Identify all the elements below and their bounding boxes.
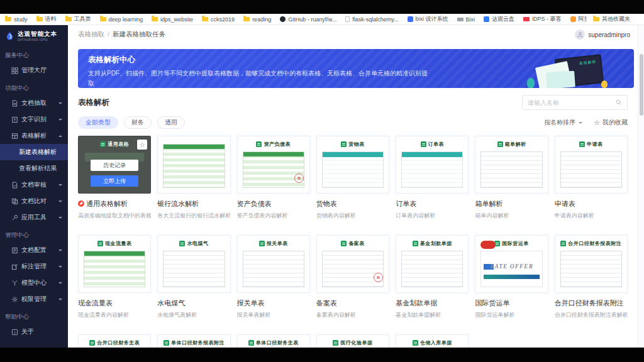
sidebar-item-doc-extract[interactable]: 文档抽取 — [0, 95, 68, 111]
table-icon — [11, 133, 18, 140]
vertical-scrollbar[interactable] — [638, 25, 644, 362]
template-card[interactable]: 资产负债表 资产负债表 资产负债表内容解析 — [237, 136, 310, 220]
breadcrumb-root[interactable]: 表格抽取 — [78, 30, 104, 38]
bookmark-item[interactable]: ccks2019 — [202, 16, 235, 23]
figure-graphic — [527, 78, 535, 88]
sidebar-item-doc-compare[interactable]: 文档比对 — [0, 193, 68, 209]
my-favorites-button[interactable]: 我的收藏 — [594, 118, 628, 127]
sidebar-item-hall[interactable]: 管理大厅 — [0, 62, 68, 79]
template-card[interactable]: 现金流量表 现金流量表 现金流量表内容解析 — [78, 235, 151, 319]
sidebar-item-table-parse[interactable]: 表格解析 — [0, 128, 68, 144]
template-thumbnail[interactable]: 通用表格 历史记录 立即上传 — [78, 136, 151, 194]
template-thumbnail[interactable]: 订单表 — [396, 136, 469, 194]
thumbnail-title: 国际货运单 — [502, 240, 529, 247]
card-title: 合并口径财务报表附注 — [555, 299, 624, 307]
history-button[interactable]: 历史记录 — [91, 160, 138, 171]
bookmark-label: bixi 设计系统 — [416, 15, 448, 23]
sidebar-item-permission[interactable]: 权限管理 — [0, 291, 68, 307]
bookmark-item[interactable]: Bixi — [457, 16, 475, 23]
thumbnail-header: 货物表 — [317, 136, 389, 148]
template-thumbnail[interactable]: 现金流量表 — [78, 235, 151, 293]
template-card[interactable]: 银行流水解析 各大主流银行的银行流水解析 — [157, 136, 230, 220]
sidebar-item-doc-config[interactable]: 文档配置 — [0, 242, 68, 258]
thumbnail-title: 单体口径财务报表附注 — [171, 339, 225, 346]
sort-dropdown[interactable]: 按名称排序 — [544, 118, 582, 127]
template-card[interactable]: 申请表 申请表 申请表内容解析 — [555, 136, 628, 220]
sidebar-item-ocr[interactable]: 文字识别 — [0, 111, 68, 128]
scrollbar-thumb[interactable] — [640, 54, 643, 116]
chevron-down-icon — [579, 122, 582, 126]
bookmark-item[interactable]: reading — [243, 16, 271, 23]
template-thumbnail[interactable]: 水电煤气 — [157, 235, 230, 293]
filter-general[interactable]: 通用 — [157, 116, 185, 129]
filter-finance[interactable]: 财务 — [124, 116, 152, 129]
card-description: 基金划款单据解析 — [396, 311, 469, 319]
bookmark-item[interactable]: flask-sqlalchemy... — [345, 16, 398, 23]
sidebar-section-manage: 管理中心 — [0, 226, 68, 242]
template-thumbnail[interactable]: 箱单解析 — [475, 136, 548, 194]
template-card[interactable]: 箱单解析 箱单解析 箱单内容解析 — [475, 136, 548, 220]
bookmark-favicon-icon — [152, 17, 158, 21]
template-thumbnail[interactable] — [157, 136, 230, 194]
upload-now-button[interactable]: 立即上传 — [91, 175, 138, 187]
template-card[interactable]: 通用表格 历史记录 立即上传 通用表格解析 — [78, 136, 151, 220]
template-card[interactable]: 备案表 备案表 备案表内容解析 — [316, 235, 389, 319]
bookmark-item[interactable]: study — [5, 16, 28, 23]
template-card[interactable]: 订单表 订单表 订单表内容解析 — [396, 136, 469, 220]
bookmark-item[interactable]: GitHub - ruanyf/w... — [280, 16, 336, 23]
bookmark-favicon-icon — [345, 16, 350, 22]
template-thumbnail[interactable]: 国际货运单 RATE OFFER — [475, 235, 548, 293]
favorite-star-button[interactable] — [137, 140, 147, 150]
bookmark-label: 阿里云盘 — [579, 15, 586, 23]
template-thumbnail[interactable]: 资产负债表 — [237, 136, 310, 194]
sidebar-item-about[interactable]: 关于 — [0, 324, 68, 340]
search-icon[interactable] — [616, 99, 622, 106]
template-thumbnail[interactable]: 货物表 — [316, 136, 389, 194]
template-card[interactable]: 基金划款单据 基金划款单据 基金划款单据解析 — [396, 235, 469, 319]
bookmark-item[interactable]: 语料 — [36, 15, 57, 23]
other-bookmarks-button[interactable]: 其他收藏夹 — [593, 15, 630, 23]
bookmark-item[interactable]: 达观云盘 — [484, 15, 514, 23]
excel-icon — [341, 241, 347, 246]
sidebar-subitem-new-table-parse[interactable]: 新建表格解析 — [0, 144, 68, 160]
template-thumbnail[interactable]: 报关单表 — [237, 235, 310, 293]
bookmark-item[interactable]: 阿里云盘 — [570, 15, 586, 23]
search-box[interactable] — [522, 95, 628, 110]
thumbnail-table-graphic — [84, 251, 145, 287]
user-menu[interactable]: superadminpro — [575, 30, 630, 40]
template-thumbnail[interactable]: 备案表 — [316, 235, 389, 293]
bookmark-item[interactable]: 工具类 — [65, 15, 91, 23]
thumbnail-header: 单体口径财务主表 — [238, 335, 309, 346]
app-logo[interactable]: 达观智能文本 DATAGRAND IDPS — [0, 25, 68, 46]
template-card[interactable]: 货物表 货物表 货物表内容解析 — [316, 136, 389, 220]
template-thumbnail[interactable]: 申请表 — [555, 136, 628, 194]
template-thumbnail[interactable]: 合并口径财务报表附注 — [555, 235, 628, 293]
gear-icon — [11, 296, 18, 303]
template-card[interactable]: 水电煤气 水电煤气 水电煤气表解析 — [157, 235, 230, 319]
sidebar-item-annotation[interactable]: 标注管理 — [0, 258, 68, 275]
sidebar-section-help: 帮助中心 — [0, 307, 68, 324]
excel-icon — [413, 340, 418, 346]
filter-all-types[interactable]: 全部类型 — [78, 116, 118, 129]
template-card[interactable]: 合并口径财务报表附注 合并口径财务报表附注 合并口径财务报表附注表解析 — [555, 235, 628, 319]
card-title: 通用表格解析 — [86, 200, 128, 207]
sidebar-subitem-view-results[interactable]: 查看解析结果 — [0, 160, 68, 177]
sidebar-item-label: 管理大厅 — [21, 66, 63, 75]
bookmark-item[interactable]: deep learning — [100, 16, 143, 23]
sidebar-item-label: 关于 — [21, 327, 63, 336]
sidebar-item-model-center[interactable]: 模型中心 — [0, 275, 68, 291]
thumbnail-header: 箱单解析 — [475, 136, 547, 148]
thumbnail-title: 订单表 — [428, 141, 445, 148]
bookmark-item[interactable]: iDPS - 摹客 — [523, 15, 562, 23]
stamp-graphic — [294, 173, 304, 183]
template-card[interactable]: 报关单表 报关单表 报关单表解析 — [237, 235, 310, 319]
template-card[interactable]: 国际货运单 RATE OFFER 国际货运单 国际货运单解析 — [475, 235, 548, 319]
template-thumbnail[interactable]: 基金划款单据 — [396, 235, 469, 293]
bookmark-item[interactable]: idps_website — [152, 16, 193, 23]
sidebar-item-label: 文档审核 — [21, 180, 55, 189]
search-input[interactable] — [528, 99, 616, 106]
bookmark-item[interactable]: bixi 设计系统 — [408, 15, 448, 23]
sidebar-item-app-tools[interactable]: 应用工具 — [0, 209, 68, 226]
card-title-row: 银行流水解析 — [157, 199, 230, 209]
sidebar-item-doc-review[interactable]: 文档审核 — [0, 177, 68, 193]
